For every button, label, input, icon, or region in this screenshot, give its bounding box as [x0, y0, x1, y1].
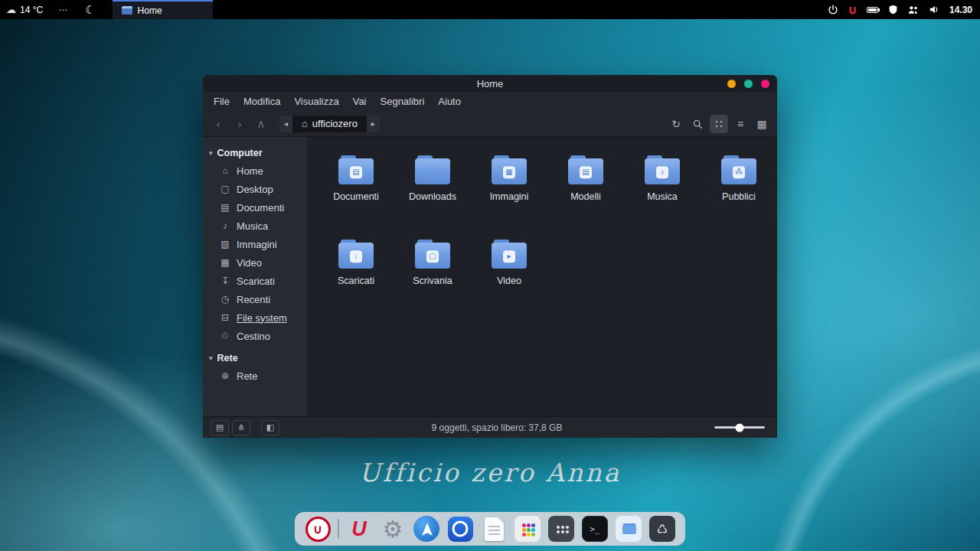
dock-item-app-menu[interactable]: ∪	[304, 515, 332, 543]
night-mode-icon[interactable]: ☾	[76, 3, 104, 17]
sidebar: ▾ Computer ⌂ Home ▢ Desktop ▤ Documenti …	[203, 137, 307, 416]
power-icon[interactable]	[828, 5, 838, 15]
picture-emblem-icon: ▦	[503, 166, 515, 178]
dock-item-keyboard[interactable]	[547, 515, 575, 543]
show-directories-pane-button[interactable]: ▤	[211, 420, 229, 435]
breadcrumb-scroll-left[interactable]: ◂	[279, 116, 292, 132]
chevron-down-icon: ▾	[209, 354, 213, 362]
section-label: Computer	[217, 148, 263, 158]
up-button[interactable]: ∧	[252, 115, 270, 133]
breadcrumb-scroll-right[interactable]: ▸	[367, 116, 380, 132]
home-icon: ⌂	[220, 165, 230, 176]
folder-item-video[interactable]: ▸ Video	[472, 238, 546, 311]
dock-item-text-editor[interactable]	[480, 515, 508, 543]
statusbar: ▤ ⋔ ◧ 9 oggetti, spazio libero: 37,8 GB	[203, 416, 777, 438]
folder-item-musica[interactable]: ♪ Musica	[626, 154, 699, 227]
search-icon[interactable]	[688, 115, 707, 133]
folder-item-immagini[interactable]: ▦ Immagini	[472, 154, 546, 227]
folder-icon: ▤	[338, 158, 374, 184]
sidebar-item-rete[interactable]: ⊕ Rete	[203, 367, 307, 385]
dock: ∪ U ⚙ >_ ♺	[295, 512, 685, 546]
forward-button[interactable]: ›	[230, 115, 249, 133]
breadcrumb: ◂ ⌂ ufficiozero ▸	[279, 116, 380, 132]
users-icon[interactable]	[908, 5, 919, 15]
taskbar-item-home[interactable]: Home	[113, 0, 213, 19]
titlebar[interactable]: Home	[203, 75, 777, 92]
shield-icon[interactable]	[888, 5, 898, 15]
panel-overflow-button[interactable]: ⋯	[51, 5, 76, 15]
dock-item-file-manager[interactable]	[615, 515, 642, 543]
document-emblem-icon: ▤	[350, 166, 362, 178]
section-label: Rete	[217, 353, 238, 364]
sidebar-item-recenti[interactable]: ◷ Recenti	[203, 290, 307, 308]
folder-item-downloads[interactable]: Downloads	[396, 154, 469, 227]
toolbar: ‹ › ∧ ◂ ⌂ ufficiozero ▸ ↻ ∷ ≡ ▦	[203, 111, 777, 137]
dock-item-uzl-app[interactable]: U	[345, 515, 373, 543]
folder-item-pubblici[interactable]: ⁂ Pubblici	[702, 154, 776, 227]
folder-icon	[415, 158, 450, 184]
status-text: 9 oggetti, spazio libero: 37,8 GB	[279, 422, 714, 433]
hide-side-pane-button[interactable]: ◧	[261, 420, 279, 435]
panel-left: ☁ 14 °C ⋯ ☾ Home	[0, 0, 213, 19]
close-button[interactable]	[761, 80, 769, 88]
volume-icon[interactable]	[929, 5, 939, 15]
sidebar-item-documenti[interactable]: ▤ Documenti	[203, 198, 307, 217]
menu-modifica[interactable]: Modifica	[237, 94, 286, 109]
taskbar-item-label: Home	[138, 5, 162, 16]
video-icon: ▦	[220, 257, 230, 268]
sidebar-section-rete[interactable]: ▾ Rete	[203, 350, 307, 367]
titlebar-buttons	[727, 75, 769, 92]
sidebar-item-musica[interactable]: ♪ Musica	[203, 217, 307, 235]
trash-icon: ♲	[220, 331, 230, 341]
ufficiozero-menu-icon: ∪	[305, 517, 331, 542]
sidebar-item-video[interactable]: ▦ Video	[203, 253, 307, 272]
menu-file[interactable]: File	[207, 94, 236, 109]
menu-vai[interactable]: Vai	[347, 94, 373, 109]
document-icon: ▤	[220, 202, 230, 213]
maximize-button[interactable]	[744, 80, 753, 88]
folder-item-modelli[interactable]: ▤ Modelli	[549, 154, 622, 227]
weather-widget[interactable]: ☁ 14 °C	[0, 4, 51, 15]
sidebar-item-desktop[interactable]: ▢ Desktop	[203, 180, 307, 198]
window-icon	[122, 6, 132, 15]
folder-item-scaricati[interactable]: ↓ Scaricati	[319, 238, 393, 311]
folder-item-scrivania[interactable]: ▢ Scrivania	[396, 238, 469, 311]
show-tree-pane-button[interactable]: ⋔	[232, 420, 250, 435]
sidebar-section-computer[interactable]: ▾ Computer	[203, 145, 307, 161]
battery-icon[interactable]	[867, 7, 878, 13]
dock-item-recycle[interactable]: ♺	[648, 515, 676, 543]
dock-item-browser[interactable]	[413, 515, 440, 543]
dock-item-character-map[interactable]	[514, 515, 541, 543]
folder-icon: ▸	[492, 243, 527, 269]
ufficiozero-logo-icon[interactable]: ∪	[848, 4, 857, 15]
folder-view[interactable]: ▤ Documenti Downloads ▦ Immagini ▤ Model…	[307, 137, 777, 416]
back-button[interactable]: ‹	[209, 115, 227, 133]
zoom-slider[interactable]	[714, 426, 765, 429]
menu-visualizza[interactable]: Visualizza	[288, 94, 345, 109]
zoom-slider-knob[interactable]	[736, 423, 744, 432]
compact-view-button[interactable]: ▦	[753, 115, 771, 133]
menu-segnalibri[interactable]: Segnalibri	[374, 94, 431, 109]
dock-item-web-app[interactable]	[446, 515, 474, 543]
panel-right: ∪ 14.30	[828, 0, 980, 19]
sidebar-item-file-system[interactable]: ⊟ File system	[203, 308, 307, 327]
minimize-button[interactable]	[727, 80, 736, 88]
sidebar-item-scaricati[interactable]: ↧ Scaricati	[203, 272, 307, 290]
keyboard-icon	[548, 516, 574, 542]
uzl-app-icon: U	[351, 517, 367, 541]
menu-aiuto[interactable]: Aiuto	[432, 94, 467, 109]
dock-item-settings[interactable]: ⚙	[379, 515, 407, 543]
breadcrumb-current[interactable]: ⌂ ufficiozero	[292, 116, 367, 132]
sidebar-item-cestino[interactable]: ♲ Cestino	[203, 327, 307, 345]
folder-item-documenti[interactable]: ▤ Documenti	[319, 154, 393, 227]
dock-item-terminal[interactable]: >_	[581, 515, 609, 543]
list-view-button[interactable]: ≡	[731, 115, 750, 133]
reload-icon[interactable]: ↻	[667, 115, 685, 133]
icon-view-button[interactable]: ∷	[710, 115, 728, 133]
sidebar-item-home[interactable]: ⌂ Home	[203, 161, 307, 180]
pictures-icon: ▧	[220, 239, 230, 249]
sidebar-item-immagini[interactable]: ▧ Immagini	[203, 235, 307, 253]
chevron-down-icon: ▾	[209, 149, 213, 157]
web-app-icon	[448, 517, 473, 542]
clock[interactable]: 14.30	[949, 5, 972, 15]
